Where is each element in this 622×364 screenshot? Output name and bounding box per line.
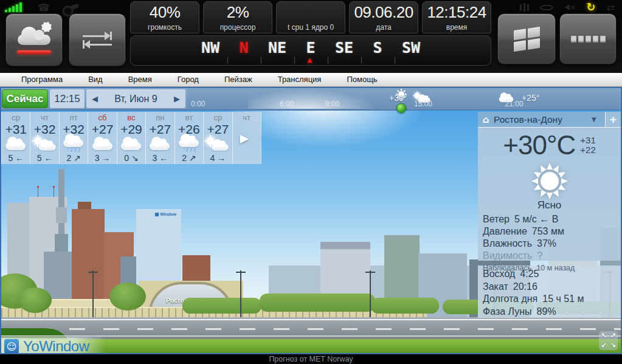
taskbar-button[interactable] (559, 13, 617, 64)
compass-tick (361, 57, 362, 64)
transfer-button[interactable] (69, 13, 126, 66)
cloud-part (92, 142, 112, 150)
hedge (260, 294, 375, 312)
event-temperature: +25° (522, 93, 539, 103)
detail-row: Влажность37% (483, 238, 621, 250)
glass-building: Window (136, 209, 181, 288)
astro-row-label: Восход (483, 269, 515, 279)
compass-tick (294, 57, 295, 64)
forecast-wind: 3 → (95, 153, 111, 163)
info-panel-громкость[interactable]: 40%громкость (130, 1, 199, 33)
active-indicator (17, 50, 51, 54)
arrow-from-bar-icon (83, 40, 112, 49)
detail-row-label: Влажность (483, 238, 532, 249)
forecast-day-column[interactable]: ср+274 → (203, 112, 232, 164)
weather-sun-cloud-icon (204, 136, 231, 152)
forecast-day-column[interactable]: сб+273 → (88, 112, 116, 164)
street-lamp (240, 270, 241, 318)
menu-item-Время[interactable]: Время (116, 73, 165, 86)
compass-point-N: N (227, 39, 261, 58)
forecast-temperature: +27 (150, 122, 171, 137)
detail-row-label: Видимость (483, 250, 532, 261)
menu-item-Трансляция[interactable]: Трансляция (265, 73, 334, 86)
fullscreen-button[interactable]: ↖↗↙↘ (599, 331, 618, 350)
info-panel-дата[interactable]: 09.06.20дата (349, 1, 418, 33)
menu-item-Программа[interactable]: Программа (9, 73, 75, 86)
add-location-button[interactable]: + (605, 112, 621, 128)
location-row[interactable]: ⌂ Ростов-на-Дону ▼ + (478, 112, 621, 128)
yowindow-logo-text: YoWindow (23, 338, 89, 354)
compass-point-E: E (294, 39, 328, 58)
location-name: Ростов-на-Дону (494, 114, 592, 125)
forecast-day-column[interactable]: пт+322 ↗ (59, 112, 88, 164)
forecast-day-label: сб (98, 113, 107, 122)
equalizer-icon (520, 3, 529, 12)
panel-label: процессор (220, 23, 256, 32)
shuffle-icon: ⇄ (607, 2, 615, 13)
forecast-more-arrow[interactable]: ▶ (240, 131, 249, 145)
forecast-day-label: ср (213, 113, 222, 122)
forecast-day-label: ср (12, 113, 20, 122)
forecast-day-column[interactable]: пн+273 ← (145, 112, 174, 164)
menu-item-Пейзаж[interactable]: Пейзаж (212, 73, 265, 86)
weather-rain-icon (60, 136, 87, 152)
next-day-arrow[interactable]: ▶ (174, 94, 180, 103)
hedge (371, 298, 439, 314)
timeline-scrubber[interactable]: 0:006:009:0015:0021:00+30°+25° (187, 89, 620, 109)
weather-info-panel: ⌂ Ростов-на-Дону ▼ + +30°C +31 +22 (478, 112, 621, 318)
astro-row-value: 89% (537, 306, 556, 317)
tree (18, 287, 52, 313)
yowindow-logo[interactable]: ☺ YoWindow (1, 337, 106, 354)
weather-details: Ветер5 м/с ← ВДавление753 ммВлажность37%… (478, 211, 621, 273)
attribution-bar: Прогноз от MET Norway (0, 354, 622, 364)
weather-app-button[interactable] (5, 13, 63, 66)
astro-row-value: 15 ч 51 м (542, 294, 584, 304)
compass-tick (227, 57, 228, 64)
fullscreen-arrow-icon: ↖ (601, 332, 606, 339)
astro-row: Закат20:16 (483, 281, 621, 294)
menu-item-Помощь[interactable]: Помощь (334, 73, 390, 86)
forecast-day-column[interactable]: чт▶ (232, 112, 261, 164)
info-panel-t-cpu-1-ядро-0[interactable]: t cpu 1 ядро 0 (276, 1, 345, 33)
compass-strip: NWNNEESESSW ▲ (130, 35, 491, 66)
timeline-tick: 0:00 (191, 100, 205, 108)
forecast-day-label: вс (127, 113, 135, 122)
status-icons-left: ☎ (5, 2, 79, 13)
prev-day-arrow[interactable]: ◀ (92, 94, 98, 103)
info-panel-процессор[interactable]: 2%процессор (203, 1, 272, 33)
forecast-day-label: пн (156, 113, 164, 122)
detail-row-value: 37% (537, 238, 556, 249)
chevron-down-icon[interactable]: ▼ (592, 116, 605, 123)
forecast-wind: 5 ← (8, 153, 24, 163)
detail-row-label: Давление (483, 226, 527, 236)
now-button[interactable]: Сейчас (2, 89, 48, 108)
forecast-day-column[interactable]: чт+325 ← (30, 112, 58, 164)
weather-cloud-icon (2, 136, 29, 152)
disc-icon (540, 5, 553, 10)
info-panel-время[interactable]: 12:15:24время (422, 1, 491, 33)
cloud-part (179, 139, 199, 147)
forecast-day-column[interactable]: ср+315 ← (1, 112, 30, 164)
astro-row-label: Закат (483, 281, 508, 292)
windows-menu-button[interactable] (497, 13, 556, 64)
weather-cloud-icon (497, 92, 516, 104)
fullscreen-arrow-icon: ↙ (601, 342, 606, 349)
detail-row: Давление753 мм (483, 225, 621, 238)
astro-row: Фаза Луны89% (483, 306, 621, 318)
weather-sun-cloud-icon (413, 92, 432, 104)
menu-item-Город[interactable]: Город (165, 73, 212, 86)
windows-logo-icon (514, 26, 540, 51)
current-conditions: +30°C +31 +22 (478, 128, 621, 261)
compass-pointer-icon: ▲ (308, 57, 313, 63)
compass-tick (328, 57, 328, 64)
forecast-day-column[interactable]: вс+290 ↘ (117, 112, 145, 164)
astro-row-value: 20:16 (513, 281, 537, 292)
menu-item-Вид[interactable]: Вид (75, 73, 116, 86)
cloud-part (121, 142, 141, 150)
attribution-text: Прогноз от MET Norway (269, 355, 353, 363)
forecast-wind: 2 ↗ (182, 153, 196, 163)
astro-row-label: Долгота дня (483, 294, 537, 304)
compass-point-NE: NE (261, 39, 294, 58)
forecast-day-column[interactable]: вт+262 ↗ (175, 112, 203, 164)
date-label: Вт, Июн 9 (114, 94, 157, 105)
